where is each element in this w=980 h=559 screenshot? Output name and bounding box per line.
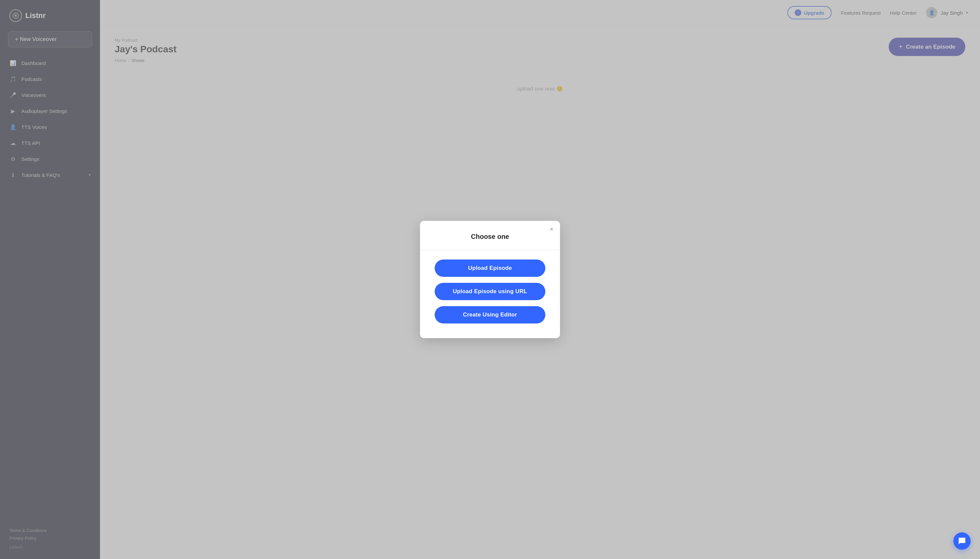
modal-title: Choose one xyxy=(434,233,546,240)
modal-overlay[interactable]: Choose one × Upload Episode Upload Episo… xyxy=(0,0,980,559)
upload-episode-url-button[interactable]: Upload Episode using URL xyxy=(434,283,546,300)
modal-divider xyxy=(420,250,560,250)
create-using-editor-button[interactable]: Create Using Editor xyxy=(434,306,546,324)
upload-episode-button[interactable]: Upload Episode xyxy=(434,260,546,277)
modal-close-button[interactable]: × xyxy=(550,226,553,232)
modal-buttons: Upload Episode Upload Episode using URL … xyxy=(434,260,546,324)
modal-dialog: Choose one × Upload Episode Upload Episo… xyxy=(420,221,560,338)
chat-widget-button[interactable] xyxy=(953,533,971,550)
